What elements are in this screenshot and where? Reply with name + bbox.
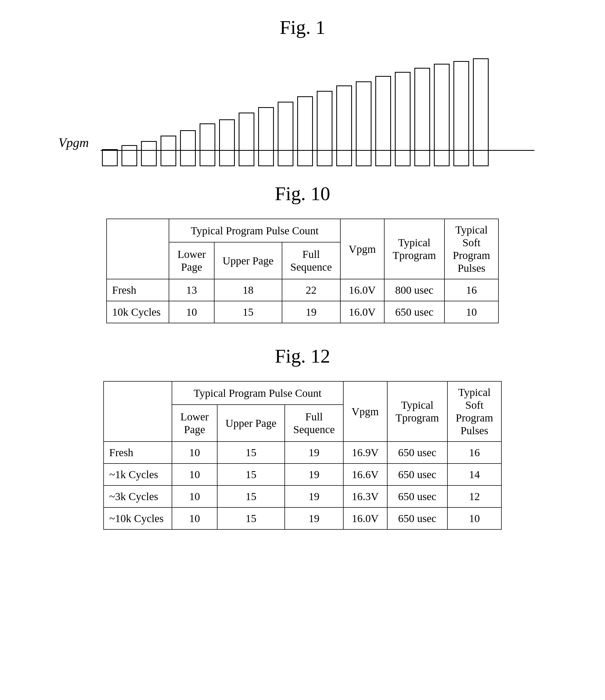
fig10-full-0: 22 — [282, 279, 340, 301]
fig12-lower-page-header: LowerPage — [172, 405, 217, 442]
fig1-section: Fig. 1 Vpgm — [32, 16, 573, 166]
fig12-row-1: ~1k Cycles 10 15 19 16.6V 650 usec 14 — [104, 464, 502, 485]
fig10-lower-1: 10 — [169, 301, 214, 323]
pulse-bar-9 — [278, 102, 294, 166]
fig12-tprogram-header: TypicalTprogram — [387, 381, 448, 442]
fig12-upper-2: 15 — [217, 485, 285, 507]
fig12-row-3: ~10k Cycles 10 15 19 16.0V 650 usec 10 — [104, 507, 502, 529]
fig12-lower-2: 10 — [172, 485, 217, 507]
vpgm-label: Vpgm — [58, 135, 89, 150]
fig12-title: Fig. 12 — [32, 345, 573, 368]
fig10-empty-header — [106, 219, 169, 279]
pulse-bar-6 — [219, 119, 235, 166]
fig12-tprogram-2: 650 usec — [387, 485, 448, 507]
fig10-vpgm-0: 16.0V — [340, 279, 384, 301]
fig10-full-seq-header: FullSequence — [282, 242, 340, 279]
pulse-baseline — [101, 150, 534, 151]
pulse-bar-1 — [122, 145, 137, 166]
pulse-bar-5 — [200, 123, 215, 166]
fig10-soft-1: 10 — [445, 301, 499, 323]
fig12-lower-0: 10 — [172, 442, 217, 464]
fig12-pulse-count-header: Typical Program Pulse Count — [172, 381, 343, 405]
fig12-full-3: 19 — [285, 507, 343, 529]
pulse-14 — [375, 76, 391, 166]
fig12-label-1: ~1k Cycles — [104, 464, 172, 485]
fig12-upper-1: 15 — [217, 464, 285, 485]
pulse-8 — [258, 107, 274, 166]
page-content: Fig. 1 Vpgm Fig. 10 Typical Program Puls… — [32, 16, 573, 530]
fig12-empty-header — [104, 381, 172, 442]
pulse-bar-0 — [102, 149, 118, 166]
pulse-bar-15 — [395, 72, 410, 166]
fig12-lower-3: 10 — [172, 507, 217, 529]
pulse-3 — [160, 135, 176, 166]
fig12-full-2: 19 — [285, 485, 343, 507]
fig12-table: Typical Program Pulse Count Vpgm Typical… — [103, 381, 502, 530]
fig10-upper-1: 15 — [214, 301, 282, 323]
fig12-full-1: 19 — [285, 464, 343, 485]
pulse-bar-10 — [297, 96, 313, 166]
pulse-0 — [102, 149, 118, 166]
fig10-lower-page-header: LowerPage — [169, 242, 214, 279]
pulse-13 — [356, 81, 372, 166]
fig12-full-0: 19 — [285, 442, 343, 464]
fig10-soft-pulses-header: TypicalSoftProgramPulses — [445, 219, 499, 279]
fig10-vpgm-1: 16.0V — [340, 301, 384, 323]
pulse-4 — [180, 130, 196, 166]
fig10-table: Typical Program Pulse Count Vpgm Typical… — [106, 219, 499, 323]
fig12-upper-3: 15 — [217, 507, 285, 529]
fig10-upper-page-header: Upper Page — [214, 242, 282, 279]
fig10-title: Fig. 10 — [32, 182, 573, 205]
pulse-bar-7 — [238, 112, 254, 166]
fig12-soft-1: 14 — [448, 464, 502, 485]
fig12-lower-1: 10 — [172, 464, 217, 485]
fig1-title: Fig. 1 — [32, 16, 573, 39]
fig10-pulse-count-header: Typical Program Pulse Count — [169, 219, 340, 242]
fig12-tprogram-1: 650 usec — [387, 464, 448, 485]
pulse-6 — [219, 119, 235, 166]
pulse-bar-12 — [336, 85, 352, 166]
pulse-bar-11 — [317, 91, 332, 166]
fig12-tprogram-0: 650 usec — [387, 442, 448, 464]
fig10-tprogram-1: 650 usec — [384, 301, 445, 323]
fig12-label-2: ~3k Cycles — [104, 485, 172, 507]
pulse-bar-8 — [258, 107, 274, 166]
pulse-5 — [200, 123, 215, 166]
fig10-section: Fig. 10 Typical Program Pulse Count Vpgm… — [32, 182, 573, 323]
pulse-diagram: Vpgm — [58, 52, 547, 166]
fig12-vpgm-2: 16.3V — [343, 485, 387, 507]
fig12-soft-2: 12 — [448, 485, 502, 507]
fig10-lower-0: 13 — [169, 279, 214, 301]
fig12-row-2: ~3k Cycles 10 15 19 16.3V 650 usec 12 — [104, 485, 502, 507]
fig10-label-0: Fresh — [106, 279, 169, 301]
fig12-vpgm-header: Vpgm — [343, 381, 387, 442]
fig12-section: Fig. 12 Typical Program Pulse Count Vpgm… — [32, 345, 573, 530]
fig10-row-1: 10k Cycles 10 15 19 16.0V 650 usec 10 — [106, 301, 499, 323]
fig12-upper-page-header: Upper Page — [217, 405, 285, 442]
fig12-vpgm-3: 16.0V — [343, 507, 387, 529]
fig12-row-0: Fresh 10 15 19 16.9V 650 usec 16 — [104, 442, 502, 464]
fig10-full-1: 19 — [282, 301, 340, 323]
pulse-bar-16 — [414, 68, 430, 166]
pulse-12 — [336, 85, 352, 166]
pulse-17 — [434, 64, 450, 166]
pulse-9 — [278, 102, 294, 166]
pulse-bar-19 — [473, 58, 489, 166]
pulse-10 — [297, 96, 313, 166]
pulse-bar-2 — [141, 141, 157, 166]
fig12-vpgm-0: 16.9V — [343, 442, 387, 464]
pulse-7 — [238, 112, 254, 166]
pulse-11 — [317, 91, 332, 166]
pulse-1 — [122, 145, 137, 166]
pulse-bar-4 — [180, 130, 196, 166]
fig12-label-3: ~10k Cycles — [104, 507, 172, 529]
fig12-tprogram-3: 650 usec — [387, 507, 448, 529]
fig12-full-seq-header: FullSequence — [285, 405, 343, 442]
fig12-vpgm-1: 16.6V — [343, 464, 387, 485]
fig10-label-1: 10k Cycles — [106, 301, 169, 323]
fig12-soft-3: 10 — [448, 507, 502, 529]
fig10-row-0: Fresh 13 18 22 16.0V 800 usec 16 — [106, 279, 499, 301]
fig12-soft-0: 16 — [448, 442, 502, 464]
fig10-vpgm-header: Vpgm — [340, 219, 384, 279]
fig12-upper-0: 15 — [217, 442, 285, 464]
